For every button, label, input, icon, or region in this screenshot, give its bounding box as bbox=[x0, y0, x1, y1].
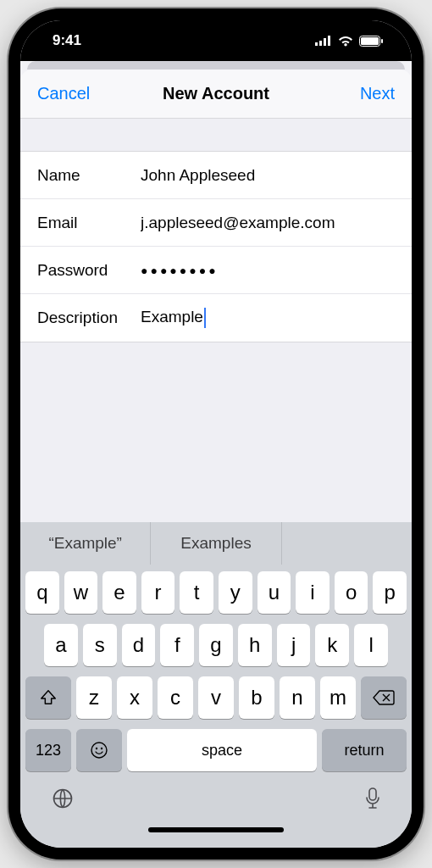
status-time: 9:41 bbox=[53, 32, 81, 49]
key-row-3: z x c v b n m bbox=[25, 676, 407, 719]
key-c[interactable]: c bbox=[158, 676, 193, 719]
cancel-button[interactable]: Cancel bbox=[37, 84, 97, 103]
label-password: Password bbox=[37, 261, 141, 280]
keyboard-suggestions: “Example” Examples bbox=[20, 522, 412, 565]
name-field[interactable]: John Appleseed bbox=[141, 166, 395, 185]
description-field[interactable]: Example bbox=[141, 308, 395, 328]
key-numbers[interactable]: 123 bbox=[25, 729, 71, 771]
svg-rect-0 bbox=[315, 42, 318, 46]
suggestion-1[interactable]: Examples bbox=[151, 522, 281, 565]
label-email: Email bbox=[37, 214, 141, 232]
key-w[interactable]: w bbox=[64, 571, 98, 614]
text-cursor bbox=[204, 308, 206, 328]
phone-frame: 9:41 Cancel New Account Next Name John A… bbox=[8, 8, 424, 860]
cellular-icon bbox=[315, 36, 332, 46]
key-f[interactable]: f bbox=[160, 624, 194, 666]
label-name: Name bbox=[37, 166, 141, 185]
key-o[interactable]: o bbox=[335, 571, 368, 614]
key-v[interactable]: v bbox=[198, 676, 234, 719]
keyboard: q w e r t y u i o p a s d f g h j k l bbox=[20, 565, 412, 848]
key-u[interactable]: u bbox=[258, 571, 291, 614]
key-i[interactable]: i bbox=[296, 571, 330, 614]
key-emoji[interactable] bbox=[76, 729, 122, 771]
svg-rect-3 bbox=[328, 36, 330, 46]
key-row-1: q w e r t y u i o p bbox=[25, 571, 407, 614]
battery-icon bbox=[359, 36, 383, 47]
page-title: New Account bbox=[163, 84, 269, 103]
next-button[interactable]: Next bbox=[335, 84, 395, 103]
globe-icon bbox=[51, 787, 75, 810]
key-a[interactable]: a bbox=[44, 624, 78, 666]
mic-icon bbox=[364, 787, 381, 810]
svg-rect-11 bbox=[369, 788, 376, 800]
label-description: Description bbox=[37, 309, 141, 327]
suggestion-0[interactable]: “Example” bbox=[20, 522, 151, 565]
key-m[interactable]: m bbox=[320, 676, 356, 719]
section-gap bbox=[20, 119, 412, 151]
row-name[interactable]: Name John Appleseed bbox=[20, 152, 412, 199]
status-right bbox=[315, 35, 383, 47]
svg-rect-1 bbox=[319, 41, 322, 46]
key-x[interactable]: x bbox=[117, 676, 152, 719]
dictation-button[interactable] bbox=[364, 787, 381, 814]
key-y[interactable]: y bbox=[219, 571, 252, 614]
key-shift[interactable] bbox=[25, 676, 71, 719]
email-field[interactable]: j.appleseed@example.com bbox=[141, 214, 395, 232]
shift-icon bbox=[39, 688, 58, 707]
key-backspace[interactable] bbox=[361, 676, 407, 719]
notch bbox=[123, 8, 309, 37]
key-g[interactable]: g bbox=[199, 624, 233, 666]
key-p[interactable]: p bbox=[373, 571, 407, 614]
globe-button[interactable] bbox=[51, 787, 75, 814]
key-return[interactable]: return bbox=[322, 729, 407, 771]
home-indicator[interactable] bbox=[148, 827, 284, 832]
key-h[interactable]: h bbox=[238, 624, 272, 666]
content-spacer bbox=[20, 342, 412, 522]
password-field[interactable]: ●●●●●●●● bbox=[141, 264, 395, 277]
key-d[interactable]: d bbox=[122, 624, 156, 666]
svg-rect-2 bbox=[324, 38, 326, 46]
row-email[interactable]: Email j.appleseed@example.com bbox=[20, 199, 412, 247]
key-row-2: a s d f g h j k l bbox=[25, 624, 407, 666]
svg-rect-5 bbox=[361, 37, 379, 45]
key-s[interactable]: s bbox=[83, 624, 117, 666]
key-b[interactable]: b bbox=[239, 676, 274, 719]
wifi-icon bbox=[337, 35, 354, 47]
key-space[interactable]: space bbox=[127, 729, 317, 771]
screen: 9:41 Cancel New Account Next Name John A… bbox=[20, 20, 412, 848]
key-z[interactable]: z bbox=[76, 676, 112, 719]
svg-point-7 bbox=[91, 743, 107, 758]
key-k[interactable]: k bbox=[315, 624, 349, 666]
key-t[interactable]: t bbox=[180, 571, 213, 614]
svg-point-9 bbox=[101, 748, 102, 749]
keyboard-footer bbox=[25, 782, 407, 824]
backspace-icon bbox=[373, 689, 395, 706]
form: Name John Appleseed Email j.appleseed@ex… bbox=[20, 151, 412, 342]
description-value: Example bbox=[141, 308, 203, 326]
row-description[interactable]: Description Example bbox=[20, 294, 412, 342]
key-q[interactable]: q bbox=[25, 571, 59, 614]
suggestion-2[interactable] bbox=[282, 522, 412, 565]
row-password[interactable]: Password ●●●●●●●● bbox=[20, 247, 412, 294]
key-j[interactable]: j bbox=[277, 624, 311, 666]
key-row-4: 123 space return bbox=[25, 729, 407, 771]
key-n[interactable]: n bbox=[280, 676, 315, 719]
key-e[interactable]: e bbox=[102, 571, 136, 614]
svg-rect-6 bbox=[381, 39, 383, 43]
key-r[interactable]: r bbox=[141, 571, 175, 614]
key-l[interactable]: l bbox=[354, 624, 388, 666]
emoji-icon bbox=[89, 740, 109, 760]
navbar: Cancel New Account Next bbox=[20, 70, 412, 119]
svg-point-8 bbox=[96, 748, 97, 749]
background-sheet bbox=[27, 61, 405, 70]
